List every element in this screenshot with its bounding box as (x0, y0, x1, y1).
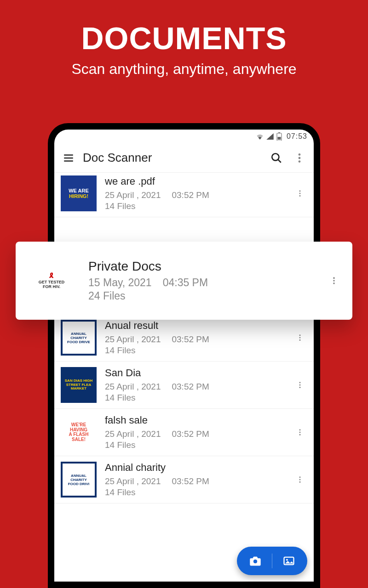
ribbon-icon: 🎗 (48, 272, 55, 280)
svg-point-23 (299, 479, 301, 481)
thumb-text: ANNUAL CHARITY (64, 474, 93, 482)
thumb-text: HIRING! (69, 193, 88, 199)
thumb-text: FOR HIV. (43, 284, 60, 289)
svg-point-6 (299, 160, 301, 163)
svg-point-4 (299, 153, 301, 156)
list-item-title: San Dia (105, 367, 293, 379)
highlight-more-button[interactable] (327, 274, 341, 287)
thumb-text: GET TESTED (39, 280, 65, 285)
list-item-thumbnail: SAN DIAS HIGH STREET FLEA MARKET (61, 367, 97, 403)
list-item-date: 25 April , 2021 (105, 190, 161, 200)
list-item-time: 03:52 PM (172, 429, 209, 439)
list-item-more-button[interactable] (293, 427, 307, 438)
list-item-title: we are .pdf (105, 175, 293, 187)
menu-icon[interactable] (63, 152, 75, 164)
app-title: Doc Scanner (83, 151, 270, 165)
list-item[interactable]: ANNUAL CHARITY FOOD DRIVE Anual result 2… (54, 314, 314, 362)
svg-point-9 (299, 195, 301, 197)
list-item-time: 03:52 PM (172, 334, 209, 345)
list-item[interactable]: WE'RE HAVING A FLASH SALE! falsh sale 25… (54, 409, 314, 456)
highlight-title: Private Docs (88, 259, 327, 274)
svg-point-30 (333, 283, 335, 284)
page-subtitle: Scan anything, anytime, anywhere (0, 61, 368, 78)
status-bar: 07:53 (54, 130, 314, 143)
svg-point-14 (299, 337, 301, 339)
svg-point-25 (253, 560, 257, 563)
svg-point-28 (333, 277, 335, 279)
list-item-time: 03:52 PM (172, 382, 209, 392)
overflow-menu-icon[interactable] (293, 152, 305, 164)
svg-point-3 (272, 153, 279, 160)
highlight-thumbnail: 🎗 GET TESTED FOR HIV. (27, 256, 76, 305)
thumb-text: STREET FLEA MARKET (63, 383, 95, 391)
svg-point-17 (299, 384, 301, 386)
list-item-time: 03:52 PM (172, 476, 209, 486)
list-item-title: Annial charity (105, 462, 293, 474)
list-item[interactable]: SAN DIAS HIGH STREET FLEA MARKET San Dia… (54, 362, 314, 409)
highlight-date: 15 May, 2021 (88, 277, 152, 289)
list-item-body: we are .pdf 25 April , 202103:52 PM 14 F… (105, 175, 293, 211)
list-item-count: 14 Files (105, 201, 293, 211)
list-item-date: 25 April , 2021 (105, 429, 161, 439)
svg-rect-2 (277, 137, 281, 140)
highlight-count: 24 Files (88, 290, 327, 302)
gallery-icon[interactable] (282, 554, 295, 567)
list-item-count: 14 Files (105, 487, 293, 498)
svg-point-15 (299, 339, 301, 341)
list-item-thumbnail: WE'RE HAVING A FLASH SALE! (61, 414, 97, 450)
list-item-title: Anual result (105, 320, 293, 332)
list-item-date: 25 April , 2021 (105, 476, 161, 486)
thumb-text: FOOD DRIVE (67, 340, 90, 344)
status-time: 07:53 (287, 132, 307, 141)
list-item-thumbnail: ANNUAL CHARITY FOOD DRIVI (61, 462, 97, 498)
svg-point-13 (299, 334, 301, 336)
list-item-thumbnail: ANNUAL CHARITY FOOD DRIVE (61, 320, 97, 356)
list-item-body: Anual result 25 April , 202103:52 PM 14 … (105, 320, 293, 356)
app-bar: Doc Scanner (54, 143, 314, 173)
svg-point-5 (299, 157, 301, 159)
highlight-card[interactable]: 🎗 GET TESTED FOR HIV. Private Docs 15 Ma… (16, 242, 352, 320)
svg-point-24 (299, 481, 301, 483)
svg-point-18 (299, 387, 301, 388)
list-item-thumbnail: WE ARE HIRING! (61, 175, 97, 211)
list-item-count: 14 Files (105, 345, 293, 356)
list-item-count: 14 Files (105, 440, 293, 450)
phone-screen: 07:53 Doc Scanner WE ARE HIRING! we are … (54, 130, 314, 582)
list-item-count: 14 Files (105, 393, 293, 403)
list-item-date: 25 April , 2021 (105, 334, 161, 345)
thumb-text: WE'RE HAVING (63, 423, 95, 432)
phone-frame: 07:53 Doc Scanner WE ARE HIRING! we are … (48, 123, 320, 588)
list-item-date: 25 April , 2021 (105, 382, 161, 392)
list-item-body: falsh sale 25 April , 202103:52 PM 14 Fi… (105, 414, 293, 450)
camera-icon[interactable] (249, 554, 262, 567)
list-item[interactable]: ANNUAL CHARITY FOOD DRIVI Annial charity… (54, 456, 314, 503)
svg-point-22 (299, 476, 301, 478)
list-item[interactable]: WE ARE HIRING! we are .pdf 25 April , 20… (54, 173, 314, 217)
list-item-more-button[interactable] (293, 188, 307, 199)
battery-icon (276, 132, 282, 141)
svg-point-29 (333, 280, 335, 282)
list-item-body: San Dia 25 April , 202103:52 PM 14 Files (105, 367, 293, 403)
fab-divider (272, 554, 272, 568)
list-item-body: Annial charity 25 April , 202103:52 PM 1… (105, 462, 293, 498)
signal-icon (266, 133, 274, 140)
thumb-text: ANNUAL CHARITY (64, 332, 93, 340)
svg-point-27 (286, 559, 288, 561)
page-title: DOCUMENTS (0, 20, 368, 56)
svg-point-7 (299, 190, 301, 192)
list-item-time: 03:52 PM (172, 190, 209, 200)
document-list[interactable]: WE ARE HIRING! we are .pdf 25 April , 20… (54, 173, 314, 582)
thumb-text: WE ARE (69, 188, 89, 193)
search-icon[interactable] (270, 152, 282, 164)
list-item-more-button[interactable] (293, 474, 307, 485)
highlight-time: 04:35 PM (163, 277, 208, 289)
scan-fab[interactable] (237, 547, 307, 575)
list-item-title: falsh sale (105, 414, 293, 426)
list-item-more-button[interactable] (293, 379, 307, 390)
svg-rect-1 (278, 132, 280, 133)
thumb-text: FOOD DRIVI (68, 482, 90, 486)
svg-point-16 (299, 382, 301, 383)
wifi-icon (256, 133, 264, 140)
list-item-more-button[interactable] (293, 332, 307, 343)
svg-point-8 (299, 193, 301, 194)
